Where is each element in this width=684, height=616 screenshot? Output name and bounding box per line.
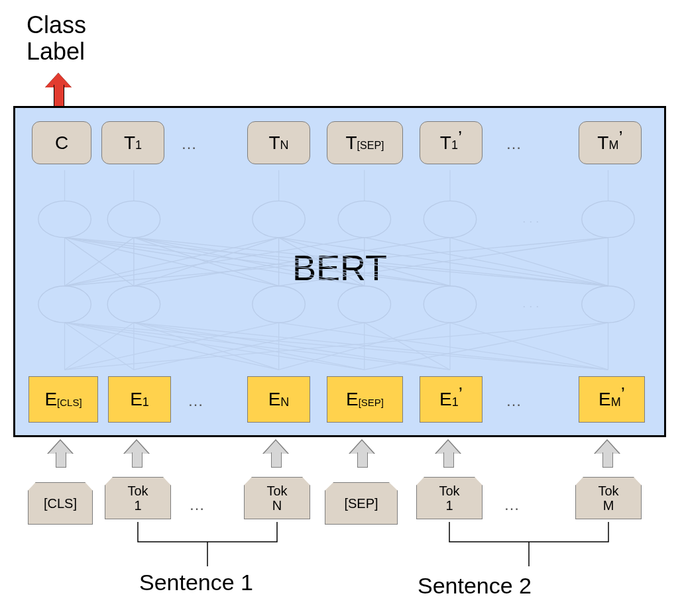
diagram-root: Class Label BERT <box>0 0 684 616</box>
sentence-1-label: Sentence 1 <box>139 570 253 595</box>
sentence-2-label: Sentence 2 <box>418 573 532 599</box>
sentence-brackets <box>0 0 684 616</box>
